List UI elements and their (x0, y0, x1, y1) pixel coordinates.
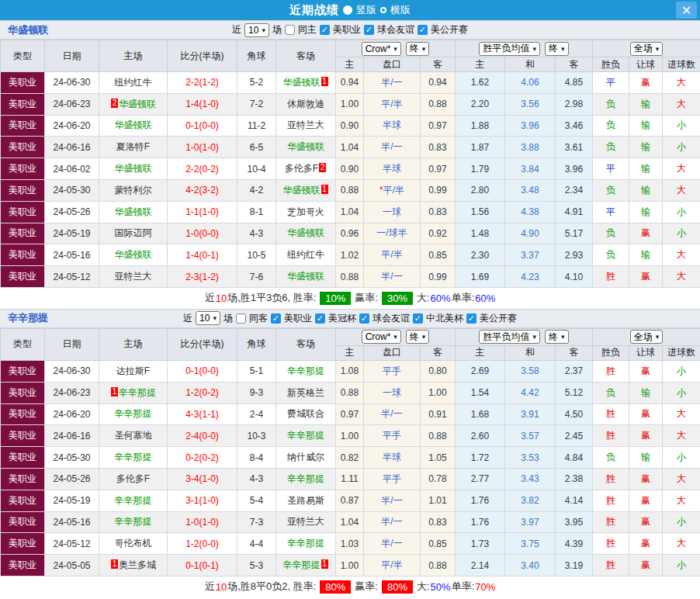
same-venue-checkbox[interactable] (236, 313, 246, 324)
same-venue-label[interactable]: 同主 (298, 23, 317, 36)
handicap-text: 半球 (383, 119, 401, 130)
handicap-result-cell: 输 (629, 158, 663, 180)
team-name: 亚特兰大 (115, 271, 152, 282)
avg-home-cell: 1.87 (456, 137, 505, 158)
final-odds-select[interactable]: 终▾ (406, 42, 430, 56)
league-checkbox[interactable]: ✓ (315, 313, 325, 324)
score-cell: 0-1(0-1) (168, 555, 237, 576)
home-odds-cell: 1.11 (336, 468, 364, 490)
summary-text: 大: (417, 291, 430, 305)
score-cell: 2-2(0-2) (168, 158, 237, 180)
result-cell: 负 (593, 179, 629, 201)
final-odds-select-value: 终 (410, 42, 419, 55)
league-checkbox[interactable]: ✓ (466, 313, 476, 324)
match-count-select[interactable]: 10▾ (244, 23, 269, 37)
handicap-cell: 半/一 (364, 533, 421, 555)
summary-text: 近 (205, 580, 215, 594)
type-cell: 美职业 (1, 93, 45, 115)
league-label[interactable]: 美公开赛 (480, 312, 517, 325)
away-odds-cell: 0.83 (421, 137, 456, 158)
final-avg-select[interactable]: 终▾ (545, 330, 569, 344)
final-odds-select[interactable]: 终▾ (406, 330, 430, 344)
away-team-cell: 休斯敦迪 (276, 93, 336, 115)
same-venue-label[interactable]: 同客 (249, 312, 268, 325)
league-label[interactable]: 美职业 (284, 312, 312, 325)
rank-badge: 1 (111, 559, 118, 569)
handicap-result-cell: 赢 (629, 266, 663, 288)
avg-select-value: 胜平负均值 (483, 331, 529, 344)
final-avg-select[interactable]: 终▾ (545, 42, 569, 56)
league-label[interactable]: 美冠杯 (328, 312, 356, 325)
same-venue-checkbox[interactable] (285, 25, 295, 35)
avg-select[interactable]: 胜平负均值▾ (479, 330, 540, 344)
avg-home-cell: 2.80 (456, 179, 505, 201)
avg-home-cell: 2.60 (456, 425, 505, 447)
league-checkbox[interactable]: ✓ (359, 313, 369, 324)
away-team: 休斯敦迪 (287, 99, 324, 109)
score-cell: 0-2(0-2) (168, 447, 237, 469)
league-label[interactable]: 美公开赛 (431, 23, 468, 36)
league-label[interactable]: 球会友谊 (373, 312, 410, 325)
match-count-select-value: 10 (199, 313, 210, 324)
avg-select[interactable]: 胜平负均值▾ (479, 42, 540, 56)
bookmaker-select[interactable]: Crow*▾ (362, 42, 401, 56)
type-cell: 美职业 (1, 425, 45, 447)
scope-select[interactable]: 全场▾ (630, 42, 664, 56)
league-checkbox[interactable]: ✓ (271, 313, 281, 324)
home-team-cell: 辛辛那提 (99, 490, 168, 511)
corner-cell: 4-3 (237, 468, 276, 490)
bookmaker-select-value: Crow* (366, 331, 391, 342)
team-name: 华盛顿联 (115, 119, 152, 130)
avg-home-cell: 1.54 (456, 382, 505, 403)
home-odds-cell: 0.94 (336, 72, 364, 94)
away-odds-cell: 1.01 (421, 490, 456, 511)
away-team: 华盛顿联1 (283, 185, 329, 196)
handicap-cell: 平手 (364, 360, 421, 382)
rank-badge: 2 (319, 163, 326, 172)
team-name: 亚特兰大 (287, 119, 324, 130)
league-label[interactable]: 美职业 (333, 23, 361, 36)
handicap-cell: 半球 (364, 447, 421, 469)
away-odds-cell: 0.88 (421, 555, 456, 576)
avg-away-cell: 3.61 (556, 137, 593, 158)
home-team-cell: 多伦多F (99, 468, 168, 490)
avg-draw-cell: 3.97 (505, 511, 556, 533)
results-table: 类型日期主场比分(半场)角球客场Crow*▾终▾胜平负均值▾终▾全场▾主盘口客主… (0, 40, 700, 288)
home-odds-cell: 0.96 (336, 223, 364, 244)
league-label[interactable]: 球会友谊 (377, 23, 414, 36)
summary-text: 大: (417, 580, 430, 594)
close-icon[interactable]: ✕ (676, 2, 697, 19)
league-checkbox[interactable]: ✓ (364, 25, 374, 35)
home-team: 达拉斯F (116, 365, 150, 376)
titlebar: 近期战绩 竖版 横版 ✕ (0, 0, 700, 20)
corner-cell: 10-5 (237, 244, 276, 266)
league-checkbox[interactable]: ✓ (418, 25, 428, 35)
horizontal-layout-label[interactable]: 横版 (390, 3, 411, 17)
date-cell: 24-06-30 (45, 360, 99, 382)
league-checkbox[interactable]: ✓ (320, 25, 330, 35)
league-label[interactable]: 中北美杯 (426, 312, 463, 325)
home-team: 华盛顿联 (115, 206, 152, 217)
date-cell: 24-05-19 (45, 223, 99, 244)
section-header: 辛辛那提近10▾场同客✓美职业✓美冠杯✓球会友谊✓中北美杯✓美公开赛 (0, 309, 700, 328)
away-odds-cell: 1.00 (421, 382, 456, 403)
league-checkbox[interactable]: ✓ (413, 313, 423, 324)
subcol-header-goals: 进球数 (663, 57, 700, 72)
vertical-layout-label[interactable]: 竖版 (356, 3, 376, 17)
corner-cell: 5-1 (237, 360, 276, 382)
col-header-away: 客场 (276, 328, 336, 360)
horizontal-layout-radio[interactable] (380, 7, 386, 13)
handicap-cell: 平手 (364, 468, 421, 490)
scope-select[interactable]: 全场▾ (630, 330, 664, 344)
match-row: 美职业24-05-16辛辛那提1-0(1-0)7-3亚特兰大1.04半/一0.8… (1, 511, 700, 533)
corner-cell: 7-2 (237, 93, 276, 115)
date-cell: 24-06-30 (45, 72, 99, 94)
final-avg-select-value: 终 (549, 42, 558, 55)
bookmaker-select[interactable]: Crow*▾ (362, 330, 401, 344)
match-count-select[interactable]: 10▾ (196, 311, 220, 325)
team-section-1: 华盛顿联近10▾场同主✓美职业✓球会友谊✓美公开赛类型日期主场比分(半场)角球客… (0, 20, 700, 309)
vertical-layout-radio[interactable] (343, 5, 352, 15)
score-text: 1-0(1-0) (185, 142, 219, 153)
score-text: 2-3(1-2) (185, 272, 219, 282)
subcol-header-handicap: 盘口 (364, 57, 421, 72)
